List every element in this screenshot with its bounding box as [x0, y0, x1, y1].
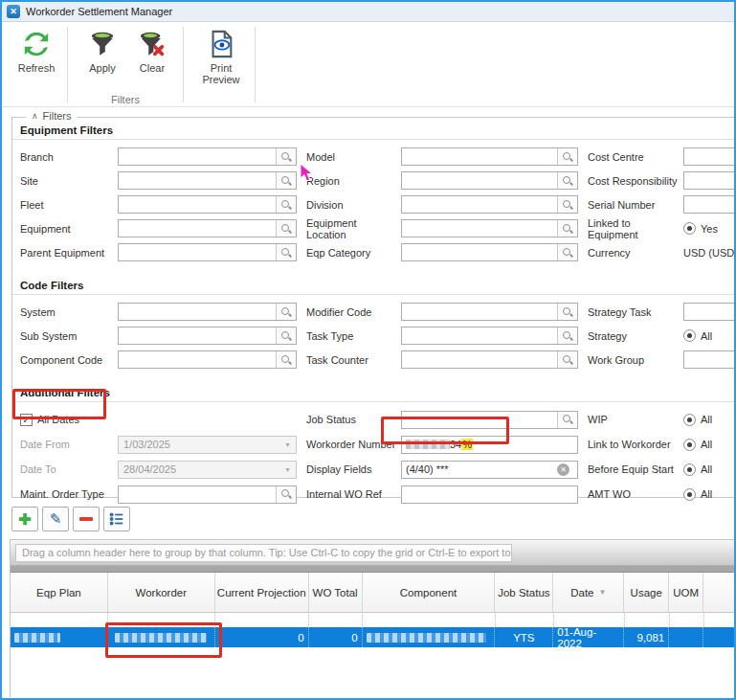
parent-equipment-lookup-button[interactable]	[276, 244, 296, 260]
division-field[interactable]	[401, 195, 578, 214]
task-type-field[interactable]	[401, 327, 578, 345]
delete-button[interactable]	[73, 507, 100, 531]
cost-centre-field[interactable]	[683, 147, 736, 166]
date-to-field[interactable]: 28/04/2025▼	[118, 461, 297, 479]
work-group-field[interactable]	[683, 350, 736, 369]
dropdown-arrow-icon[interactable]: ▼	[279, 466, 296, 473]
cell-wo-total[interactable]: 0	[309, 627, 363, 647]
print-preview-button[interactable]: PrintPreview	[193, 29, 249, 93]
linked-to-equipment-radio-yes[interactable]: Yes	[683, 222, 736, 235]
filters-panel-legend[interactable]: ∧ Filters	[26, 110, 78, 122]
system-field[interactable]	[118, 303, 297, 321]
radio-icon[interactable]	[683, 414, 696, 426]
maint-order-type-lookup-button[interactable]	[276, 486, 296, 503]
radio-icon[interactable]	[683, 488, 696, 501]
all-dates-checkbox[interactable]: ✓	[20, 414, 33, 426]
column-header-comp[interactable]: Comp	[703, 573, 736, 613]
before-equip-start-radio-all[interactable]: All	[683, 463, 736, 476]
equipment-lookup-button[interactable]	[276, 220, 296, 237]
cell-uom[interactable]	[669, 627, 703, 647]
link-to-workorder-radio-all[interactable]: All	[683, 439, 736, 451]
eqp-category-lookup-button[interactable]	[557, 244, 577, 260]
region-lookup-button[interactable]	[557, 172, 577, 189]
eqp-category-field[interactable]	[401, 243, 578, 261]
site-lookup-button[interactable]	[276, 172, 296, 189]
radio-icon[interactable]	[683, 329, 696, 342]
job-status-lookup-button[interactable]	[557, 412, 577, 428]
maint-order-type-field[interactable]	[118, 485, 297, 504]
column-header-wo-total[interactable]: WO Total	[309, 573, 363, 613]
modifier-code-lookup-button[interactable]	[557, 304, 577, 320]
details-list-button[interactable]	[103, 507, 130, 531]
system-lookup-button[interactable]	[276, 304, 296, 320]
cell-date[interactable]: 01-Aug-2022	[553, 627, 624, 647]
task-counter-lookup-button[interactable]	[557, 351, 577, 368]
all-dates-checkbox-row[interactable]: ✓All Dates	[20, 414, 297, 426]
job-status-label: Job Status	[306, 414, 401, 425]
task-counter-field[interactable]	[401, 350, 578, 369]
add-button[interactable]: ✚	[11, 507, 38, 531]
sub-system-field[interactable]	[118, 327, 297, 345]
component-code-lookup-button[interactable]	[276, 351, 296, 368]
branch-lookup-button[interactable]	[276, 148, 296, 165]
column-header-uom[interactable]: UOM	[669, 573, 703, 613]
group-by-bar[interactable]: Drag a column header here to group by th…	[11, 540, 736, 566]
clear-button[interactable]: Clear	[127, 29, 177, 93]
cell-component[interactable]	[363, 627, 496, 647]
site-field[interactable]	[118, 171, 297, 190]
search-icon	[280, 151, 292, 163]
column-header-eqp-plan[interactable]: Eqp Plan	[11, 573, 108, 613]
column-header-component[interactable]: Component	[363, 573, 496, 613]
workorder-number-field[interactable]: 34%	[401, 436, 578, 454]
strategy-task-field[interactable]	[683, 303, 736, 321]
job-status-field[interactable]	[401, 411, 578, 429]
radio-icon[interactable]	[683, 463, 696, 476]
cell-eqp-plan[interactable]	[11, 627, 108, 647]
equipment-location-field[interactable]	[401, 219, 578, 237]
edit-button[interactable]: ✎	[42, 507, 69, 531]
parent-equipment-field[interactable]	[118, 243, 297, 261]
clear-field-icon[interactable]: ✕	[557, 463, 569, 476]
amt-wo-radio-all[interactable]: All	[683, 488, 736, 501]
refresh-button[interactable]: Refresh	[11, 29, 61, 93]
dropdown-arrow-icon[interactable]: ▼	[279, 441, 296, 448]
cost-responsibility-field[interactable]	[683, 171, 736, 190]
selected-grid-row[interactable]: 0 0 YTS 01-Aug-2022 9,081	[11, 627, 736, 647]
collapse-chevron-icon[interactable]: ∧	[32, 111, 38, 121]
column-header-usage[interactable]: Usage	[624, 573, 669, 613]
wip-radio-all[interactable]: All	[683, 414, 736, 426]
cell-workorder[interactable]	[108, 627, 215, 647]
fleet-field[interactable]	[118, 195, 297, 214]
branch-field[interactable]	[118, 147, 297, 166]
column-header-workorder[interactable]: Workorder	[108, 573, 215, 613]
title-bar[interactable]: ✕ Workorder Settlement Manager	[2, 2, 734, 22]
column-header-current-projection[interactable]: Current Projection	[215, 573, 309, 613]
equipment-location-lookup-button[interactable]	[557, 220, 577, 237]
sub-system-lookup-button[interactable]	[276, 327, 296, 344]
cell-usage[interactable]: 9,081	[624, 627, 669, 647]
cell-current-projection[interactable]: 0	[215, 627, 309, 647]
model-lookup-button[interactable]	[557, 148, 577, 165]
search-icon	[280, 488, 292, 500]
display-fields-field[interactable]: (4/40) *** ✕	[401, 461, 578, 479]
component-code-field[interactable]	[118, 350, 297, 369]
cell-comp[interactable]	[703, 627, 736, 647]
cell-job-status[interactable]: YTS	[495, 627, 553, 647]
fleet-lookup-button[interactable]	[276, 196, 296, 213]
radio-icon[interactable]	[683, 439, 696, 451]
column-header-job-status[interactable]: Job Status	[495, 573, 553, 613]
internal-wo-ref-field[interactable]	[401, 485, 578, 504]
check-icon: ✓	[22, 415, 30, 425]
division-lookup-button[interactable]	[557, 196, 577, 213]
task-type-lookup-button[interactable]	[557, 327, 577, 344]
date-from-field[interactable]: 1/03/2025▼	[118, 436, 297, 454]
region-field[interactable]	[401, 171, 578, 190]
column-header-date[interactable]: Date▼	[553, 573, 624, 613]
equipment-field[interactable]	[118, 219, 297, 237]
model-field[interactable]	[401, 147, 578, 166]
apply-button[interactable]: Apply	[78, 29, 127, 93]
modifier-code-field[interactable]	[401, 303, 578, 321]
strategy-radio-all[interactable]: All	[683, 329, 736, 342]
radio-icon[interactable]	[683, 222, 696, 235]
serial-number-field[interactable]	[683, 195, 736, 214]
